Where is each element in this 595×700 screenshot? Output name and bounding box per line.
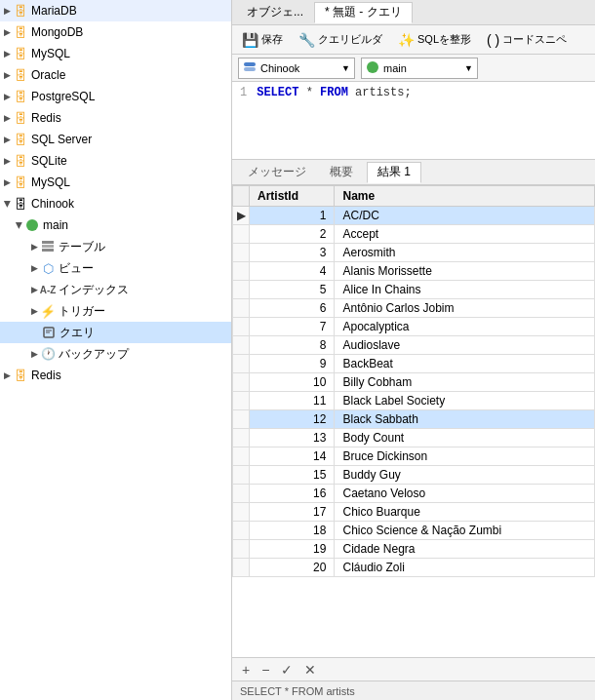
sidebar-item-backup[interactable]: ▶ 🕐 バックアップ bbox=[0, 343, 231, 365]
db-selector-icon bbox=[243, 60, 257, 76]
tab-result1-label: 結果 1 bbox=[377, 164, 411, 180]
col-header-artistid[interactable]: ArtistId bbox=[250, 186, 335, 207]
row-indicator-cell bbox=[233, 336, 250, 355]
schema-selector-icon bbox=[366, 60, 379, 76]
arrow-icon: ▶ bbox=[4, 156, 11, 166]
sidebar-item-sqlite[interactable]: ▶ 🗄 SQLite bbox=[0, 150, 231, 172]
table-row[interactable]: 14Bruce Dickinson bbox=[233, 447, 595, 466]
table-row[interactable]: 16Caetano Veloso bbox=[233, 485, 595, 503]
table-row[interactable]: 9BackBeat bbox=[233, 355, 595, 373]
arrow-icon: ▶ bbox=[4, 92, 11, 101]
selectors-row: Chinook ▼ main ▼ bbox=[232, 55, 595, 82]
code-snippet-button[interactable]: ( ) コードスニペ bbox=[483, 30, 571, 50]
cell-artistid: 17 bbox=[250, 503, 335, 522]
results-table: ArtistId Name ▶1AC/DC2Accept3Aerosmith4A… bbox=[232, 185, 595, 577]
table-row[interactable]: 20Cláudio Zoli bbox=[233, 559, 595, 577]
tab-label-objects: オブジェ... bbox=[247, 4, 303, 20]
cell-artistid: 12 bbox=[250, 410, 335, 429]
sidebar-item-views[interactable]: ▶ ⬡ ビュー bbox=[0, 257, 231, 279]
col-header-name[interactable]: Name bbox=[335, 186, 595, 207]
sidebar-item-queries[interactable]: クエリ bbox=[0, 322, 231, 343]
arrow-icon: ▶ bbox=[31, 349, 38, 359]
tab-result1[interactable]: 結果 1 bbox=[367, 162, 421, 183]
toolbar: 💾 保存 🔧 クエリビルダ ✨ SQLを整形 ( ) コードスニペ bbox=[232, 25, 595, 55]
table-row[interactable]: 4Alanis Morissette bbox=[233, 262, 595, 281]
table-row[interactable]: 3Aerosmith bbox=[233, 244, 595, 262]
sidebar-label-sqlite: SQLite bbox=[31, 154, 67, 168]
folder-icon: 🗄 bbox=[13, 24, 28, 40]
sidebar: ▶ 🗄 MariaDB ▶ 🗄 MongoDB ▶ 🗄 MySQL ▶ 🗄 Or… bbox=[0, 0, 232, 700]
tab-label-query: * 無題 - クエリ bbox=[325, 4, 402, 20]
sidebar-item-mysql1[interactable]: ▶ 🗄 MySQL bbox=[0, 43, 231, 64]
arrow-icon: ▶ bbox=[31, 263, 38, 273]
table-row[interactable]: 5Alice In Chains bbox=[233, 281, 595, 299]
table-row[interactable]: 2Accept bbox=[233, 225, 595, 244]
cancel-button[interactable]: ✕ bbox=[300, 661, 320, 679]
sql-keyword-select: SELECT bbox=[257, 86, 298, 99]
delete-row-button[interactable]: − bbox=[258, 661, 273, 679]
cell-name: Alanis Morissette bbox=[335, 262, 595, 281]
sidebar-label-postgresql: PostgreSQL bbox=[31, 90, 95, 103]
tab-messages[interactable]: メッセージ bbox=[238, 162, 316, 183]
sidebar-item-main[interactable]: ▶ main bbox=[0, 214, 231, 236]
tab-object-browser[interactable]: オブジェ... bbox=[236, 2, 314, 23]
tab-summary[interactable]: 概要 bbox=[320, 162, 363, 183]
sidebar-item-triggers[interactable]: ▶ ⚡ トリガー bbox=[0, 300, 231, 322]
table-row[interactable]: 18Chico Science & Nação Zumbi bbox=[233, 522, 595, 540]
sidebar-label-redis2: Redis bbox=[31, 369, 61, 382]
folder-icon: 🗄 bbox=[13, 67, 28, 83]
table-row[interactable]: 6Antônio Carlos Jobim bbox=[233, 299, 595, 318]
cell-artistid: 6 bbox=[250, 299, 335, 318]
sidebar-item-mysql2[interactable]: ▶ 🗄 MySQL bbox=[0, 172, 231, 193]
cell-artistid: 20 bbox=[250, 559, 335, 577]
table-row[interactable]: 17Chico Buarque bbox=[233, 503, 595, 522]
sidebar-item-indexes[interactable]: ▶ A-Z インデックス bbox=[0, 279, 231, 300]
add-row-button[interactable]: + bbox=[238, 661, 254, 679]
folder-icon: 🗄 bbox=[13, 368, 28, 383]
cell-artistid: 13 bbox=[250, 429, 335, 447]
sidebar-item-mongodb[interactable]: ▶ 🗄 MongoDB bbox=[0, 21, 231, 43]
database-selector[interactable]: Chinook ▼ bbox=[238, 58, 355, 79]
query-builder-button[interactable]: 🔧 クエリビルダ bbox=[295, 30, 386, 50]
sidebar-item-redis1[interactable]: ▶ 🗄 Redis bbox=[0, 107, 231, 129]
sidebar-item-oracle[interactable]: ▶ 🗄 Oracle bbox=[0, 64, 231, 86]
tab-query[interactable]: * 無題 - クエリ bbox=[314, 2, 413, 23]
sql-table: artists; bbox=[355, 86, 412, 99]
confirm-button[interactable]: ✓ bbox=[277, 661, 297, 679]
schema-selector[interactable]: main ▼ bbox=[361, 58, 478, 79]
format-icon: ✨ bbox=[398, 32, 415, 48]
sql-keyword-from: FROM bbox=[320, 86, 348, 99]
table-row[interactable]: 15Buddy Guy bbox=[233, 466, 595, 485]
table-row[interactable]: 7Apocalyptica bbox=[233, 318, 595, 336]
sql-editor[interactable]: 1 SELECT * FROM artists; bbox=[232, 82, 595, 160]
cell-artistid: 15 bbox=[250, 466, 335, 485]
sidebar-item-redis2[interactable]: ▶ 🗄 Redis bbox=[0, 365, 231, 386]
table-row[interactable]: 13Body Count bbox=[233, 429, 595, 447]
format-sql-button[interactable]: ✨ SQLを整形 bbox=[394, 30, 475, 50]
row-indicator-cell: ▶ bbox=[233, 207, 250, 225]
table-row[interactable]: 12Black Sabbath bbox=[233, 410, 595, 429]
sidebar-item-sqlserver[interactable]: ▶ 🗄 SQL Server bbox=[0, 129, 231, 150]
cell-artistid: 2 bbox=[250, 225, 335, 244]
sidebar-item-chinook[interactable]: ▶ 🗄 Chinook bbox=[0, 193, 231, 214]
save-button[interactable]: 💾 保存 bbox=[238, 30, 287, 50]
cell-name: Buddy Guy bbox=[335, 466, 595, 485]
table-row[interactable]: 8Audioslave bbox=[233, 336, 595, 355]
svg-rect-8 bbox=[244, 67, 256, 71]
dropdown-arrow-icon: ▼ bbox=[464, 63, 473, 73]
cell-artistid: 5 bbox=[250, 281, 335, 299]
row-indicator-cell bbox=[233, 522, 250, 540]
table-row[interactable]: 19Cidade Negra bbox=[233, 540, 595, 559]
sidebar-item-mariadb[interactable]: ▶ 🗄 MariaDB bbox=[0, 0, 231, 21]
sidebar-label-mysql1: MySQL bbox=[31, 47, 70, 60]
table-row[interactable]: ▶1AC/DC bbox=[233, 207, 595, 225]
arrow-icon: ▶ bbox=[4, 370, 11, 380]
backup-icon: 🕐 bbox=[40, 346, 56, 362]
arrow-icon: ▶ bbox=[3, 201, 13, 208]
sidebar-item-tables[interactable]: ▶ テーブル bbox=[0, 236, 231, 257]
table-row[interactable]: 11Black Label Society bbox=[233, 392, 595, 410]
cell-name: Accept bbox=[335, 225, 595, 244]
table-row[interactable]: 10Billy Cobham bbox=[233, 373, 595, 392]
sidebar-item-postgresql[interactable]: ▶ 🗄 PostgreSQL bbox=[0, 86, 231, 107]
cell-name: BackBeat bbox=[335, 355, 595, 373]
